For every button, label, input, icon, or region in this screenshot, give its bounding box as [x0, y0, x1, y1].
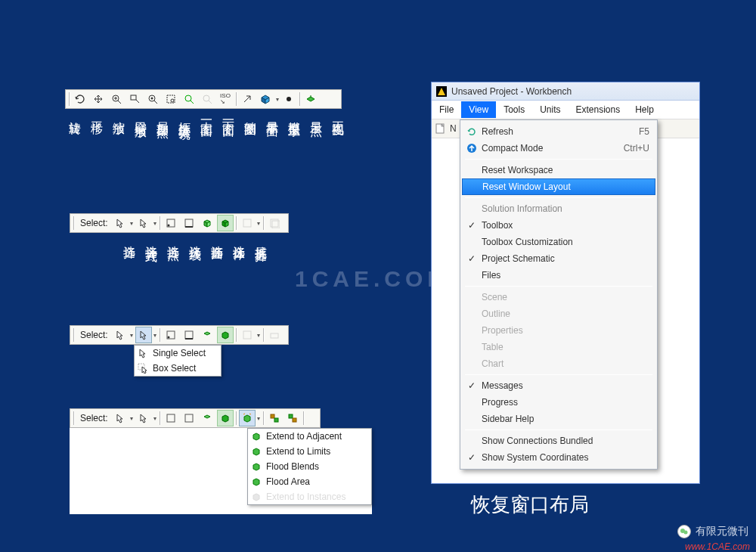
extend-more-icon[interactable]: [266, 327, 283, 343]
section-plane-icon[interactable]: [239, 91, 256, 107]
select-body-icon[interactable]: [217, 215, 234, 231]
select-edge-icon[interactable]: [181, 215, 197, 231]
svg-point-8: [287, 97, 291, 101]
select-edge-icon[interactable]: [181, 327, 197, 343]
point-view-icon[interactable]: [280, 91, 297, 107]
label-extend: 扩展选择: [253, 236, 268, 242]
new-file-icon[interactable]: [435, 122, 447, 135]
menu-extensions[interactable]: Extensions: [569, 101, 628, 118]
shaded-icon[interactable]: [257, 91, 274, 107]
view-toolbar-labels: 旋转 平移 缩放 窗口缩放 局部聚焦 框选放大镜 上一图面 下一图面 轴测图 显…: [67, 112, 345, 119]
label-select-point: 选择点: [165, 236, 181, 242]
svg-rect-25: [289, 414, 293, 418]
select-label: Select:: [76, 218, 111, 228]
vm-system-coords[interactable]: ✓Show System Coordinates: [460, 449, 657, 466]
svg-point-30: [684, 531, 688, 535]
select-single-icon[interactable]: [112, 215, 129, 231]
flood-area-item[interactable]: Flood Area: [248, 474, 371, 489]
watermark: 1CAE.COM: [295, 266, 451, 292]
vm-files[interactable]: Files: [460, 267, 657, 284]
extend-instances-item: Extend to Instances: [248, 489, 371, 504]
iso-view-icon[interactable]: ISO↘: [217, 91, 234, 107]
svg-rect-22: [185, 414, 193, 422]
select-face-icon[interactable]: [199, 410, 215, 426]
svg-rect-23: [271, 414, 274, 418]
label-plane: 显示平面: [264, 112, 280, 119]
zoom-window-icon[interactable]: [126, 91, 143, 107]
box-select-item[interactable]: Box Select: [135, 361, 221, 376]
vm-project-schematic[interactable]: ✓Project Schematic: [460, 250, 657, 267]
extend-icon[interactable]: [239, 410, 256, 426]
select-toolbar-3: Select: ▾ ▾ ▾: [70, 408, 321, 428]
vm-reset-window-layout[interactable]: Reset Window Layout: [462, 178, 655, 195]
wb-toolbar-text: N: [450, 123, 457, 134]
select-point-icon[interactable]: [163, 327, 179, 343]
menu-units[interactable]: Units: [532, 101, 568, 118]
select-toolbar-1: Select: ▾ ▾ ▾: [70, 213, 289, 233]
vm-progress[interactable]: Progress: [460, 394, 657, 411]
select-face-icon[interactable]: [199, 215, 215, 231]
vm-toolbox-custom[interactable]: Toolbox Customization: [460, 234, 657, 250]
select-point-icon[interactable]: [163, 410, 179, 426]
vm-reset-workspace[interactable]: Reset Workspace: [460, 162, 657, 178]
vm-compact[interactable]: Compact Mode Ctrl+U: [460, 140, 657, 157]
vm-properties: Properties: [460, 322, 657, 339]
select-face-icon[interactable]: [199, 327, 215, 343]
svg-point-7: [203, 95, 209, 101]
refresh-icon: [466, 126, 477, 137]
box-select-label: Box Select: [153, 363, 196, 374]
menu-tools[interactable]: Tools: [496, 101, 532, 118]
zoom-previous-icon[interactable]: [199, 91, 215, 107]
vm-chart: Chart: [460, 355, 657, 372]
zoom-in-icon[interactable]: [108, 91, 125, 107]
rotate-icon[interactable]: [72, 91, 88, 107]
zoom-fit-icon[interactable]: [144, 91, 161, 107]
flood-blends-item[interactable]: Flood Blends: [248, 459, 371, 474]
vm-messages[interactable]: ✓Messages: [460, 377, 657, 394]
select-edge-icon[interactable]: [181, 410, 197, 426]
zoom-selected-icon[interactable]: [181, 91, 197, 107]
extend-more-icon[interactable]: [266, 215, 283, 231]
vm-connections-bundled[interactable]: Show Connections Bundled: [460, 433, 657, 449]
extend-icon[interactable]: [239, 327, 256, 343]
menu-view[interactable]: View: [461, 101, 496, 118]
menu-help[interactable]: Help: [627, 101, 662, 118]
zoom-box-icon[interactable]: [163, 91, 179, 107]
single-select-item[interactable]: Single Select: [135, 346, 221, 361]
select-label: Select:: [76, 330, 111, 340]
label-select-face: 选择面: [209, 236, 225, 242]
vm-refresh[interactable]: Refresh F5: [460, 123, 657, 140]
pan-icon[interactable]: [90, 91, 107, 107]
select-single-icon[interactable]: [112, 410, 129, 426]
select-body-icon[interactable]: [217, 410, 234, 426]
slide-caption: 恢复窗口布局: [471, 492, 589, 518]
label-box-zoom: 框选放大镜: [176, 112, 192, 119]
footer-brand: 有限元微刊: [677, 525, 748, 538]
svg-point-10: [167, 225, 169, 227]
extend-icon[interactable]: [239, 215, 256, 231]
single-select-label: Single Select: [153, 348, 206, 358]
label-rotate: 旋转: [67, 112, 82, 119]
extend-limits-item[interactable]: Extend to Limits: [248, 444, 371, 459]
label-iso: 轴测图: [242, 112, 258, 119]
vm-sidebar-help[interactable]: Sidebar Help: [460, 411, 657, 427]
svg-rect-26: [293, 418, 296, 422]
select-mode-icon[interactable]: [135, 410, 152, 426]
vm-header-solution: Solution Information: [460, 200, 657, 217]
look-at-icon[interactable]: [302, 91, 319, 107]
select-body-icon[interactable]: [217, 327, 234, 343]
select-mode-icon[interactable]: [135, 215, 152, 231]
select-single-icon[interactable]: [112, 327, 129, 343]
extend-adjacent-item[interactable]: Extend to Adjacent: [248, 429, 371, 444]
select-toolbar-labels: 选择 选择方式 选择点 选择线 选择面 选择体 扩展选择: [121, 236, 268, 242]
select-mode-icon[interactable]: [135, 327, 152, 343]
menu-bar: File View Tools Units Extensions Help: [432, 101, 699, 119]
svg-rect-1: [131, 95, 136, 100]
label-fit: 局部聚焦: [154, 112, 170, 119]
menu-file[interactable]: File: [432, 101, 461, 118]
select-toolbar-2: Select: ▾ ▾ ▾: [70, 325, 289, 345]
extend-adj-icon[interactable]: [266, 410, 283, 426]
select-point-icon[interactable]: [163, 215, 179, 231]
extend-lim-icon[interactable]: [284, 410, 301, 426]
vm-toolbox[interactable]: ✓Toolbox: [460, 217, 657, 234]
